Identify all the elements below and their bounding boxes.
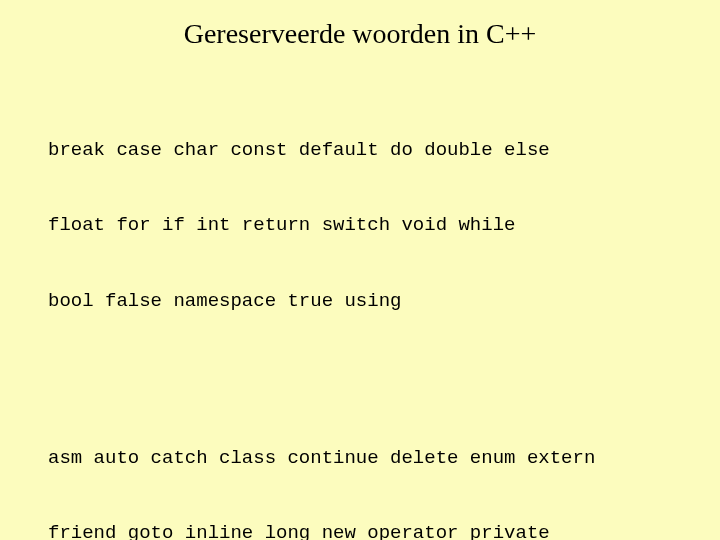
- code-line: friend goto inline long new operator pri…: [48, 521, 672, 540]
- keyword-group-1: break case char const default do double …: [48, 88, 672, 364]
- code-line: asm auto catch class continue delete enu…: [48, 446, 672, 471]
- page-title: Gereserveerde woorden in C++: [48, 18, 672, 50]
- code-line: break case char const default do double …: [48, 138, 672, 163]
- code-line: bool false namespace true using: [48, 289, 672, 314]
- keyword-group-2: asm auto catch class continue delete enu…: [48, 396, 672, 540]
- slide: Gereserveerde woorden in C++ break case …: [0, 0, 720, 540]
- code-line: float for if int return switch void whil…: [48, 213, 672, 238]
